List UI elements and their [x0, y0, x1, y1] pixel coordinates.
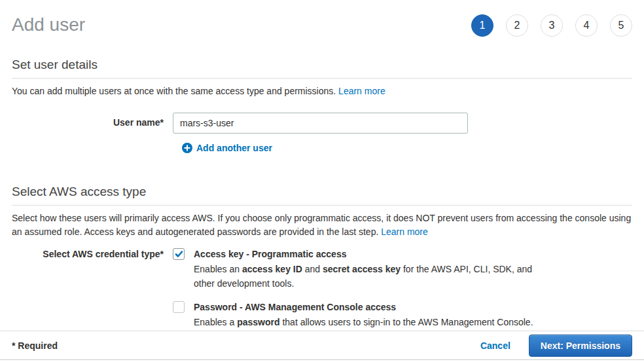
section-user-details: Set user details You can add multiple us… — [12, 58, 632, 153]
console-access-title: Password - AWS Management Console access — [194, 301, 533, 314]
credential-type-row: Select AWS credential type* Access key -… — [12, 248, 632, 330]
plus-circle-icon — [182, 143, 192, 153]
wizard-step-indicator: 1 2 3 4 5 — [471, 14, 632, 37]
next-permissions-button[interactable]: Next: Permissions — [529, 335, 632, 357]
required-note: * Required — [12, 340, 58, 351]
programmatic-access-description: Enables an access key ID and secret acce… — [194, 263, 555, 291]
desc-bold: password — [237, 317, 279, 327]
user-name-input[interactable] — [173, 113, 468, 134]
desc-text: and — [302, 264, 323, 274]
option-console-access: Password - AWS Management Console access… — [173, 301, 555, 330]
desc-text: Enables a — [194, 317, 237, 327]
step-2: 2 — [506, 14, 528, 37]
access-type-heading: Select AWS access type — [12, 185, 632, 206]
page-header: Add user 1 2 3 4 5 — [0, 0, 644, 38]
cancel-button[interactable]: Cancel — [480, 340, 510, 351]
desc-text: Enables an — [194, 264, 242, 274]
user-name-row: User name* — [12, 113, 632, 134]
check-icon — [175, 250, 183, 259]
desc-text: that allows users to sign-in to the AWS … — [280, 317, 533, 327]
desc-bold: secret access key — [323, 264, 401, 274]
option-programmatic-access: Access key - Programmatic access Enables… — [173, 248, 555, 291]
wizard-footer: * Required Cancel Next: Permissions — [0, 331, 644, 360]
access-type-learn-more-link[interactable]: Learn more — [381, 227, 428, 237]
section-access-type: Select AWS access type Select how these … — [12, 185, 632, 330]
user-details-heading: Set user details — [12, 58, 632, 79]
step-1-label: 1 — [480, 20, 486, 31]
step-5-label: 5 — [618, 20, 624, 31]
add-another-user-label: Add another user — [196, 143, 272, 153]
step-5: 5 — [610, 14, 632, 37]
page-title: Add user — [12, 12, 85, 38]
programmatic-access-title: Access key - Programmatic access — [194, 248, 555, 261]
access-type-intro: Select how these users will primarily ac… — [12, 211, 632, 239]
step-1: 1 — [471, 14, 493, 37]
user-details-learn-more-link[interactable]: Learn more — [338, 86, 385, 96]
console-access-checkbox[interactable] — [173, 301, 185, 313]
access-type-intro-text: Select how these users will primarily ac… — [12, 213, 631, 237]
step-4-label: 4 — [584, 20, 590, 31]
step-3-label: 3 — [549, 20, 555, 31]
desc-bold: access key ID — [242, 264, 302, 274]
user-details-intro-text: You can add multiple users at once with … — [12, 86, 338, 96]
credential-type-label: Select AWS credential type* — [12, 248, 164, 330]
step-3: 3 — [541, 14, 563, 37]
user-details-intro: You can add multiple users at once with … — [12, 84, 632, 98]
step-4: 4 — [575, 14, 598, 37]
console-access-description: Enables a password that allows users to … — [194, 316, 533, 330]
programmatic-access-checkbox[interactable] — [173, 248, 185, 260]
user-name-label: User name* — [12, 113, 164, 134]
step-2-label: 2 — [514, 20, 520, 31]
add-another-user-button[interactable]: Add another user — [182, 143, 272, 153]
